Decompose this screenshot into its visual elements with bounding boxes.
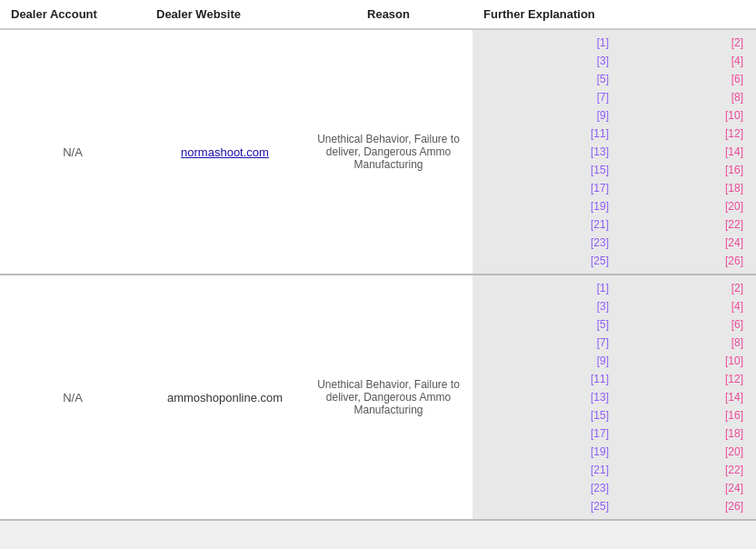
further-link-right[interactable]: [18] — [614, 424, 749, 443]
reason-cell: Unethical Behavior, Failure to deliver, … — [304, 29, 472, 274]
further-link-right[interactable]: [6] — [614, 70, 749, 88]
further-link-right[interactable]: [22] — [614, 215, 749, 234]
further-link-right[interactable]: [12] — [614, 370, 749, 388]
further-link-left[interactable]: [23] — [480, 234, 614, 252]
dealer-website-cell[interactable]: normashoot.com — [145, 29, 304, 274]
dealers-table: Dealer Account Dealer Website Reason Fur… — [0, 0, 756, 521]
further-link-right[interactable]: [8] — [614, 334, 749, 352]
further-link-left[interactable]: [5] — [480, 70, 614, 88]
further-link-left[interactable]: [1] — [480, 279, 614, 297]
header-dealer-website: Dealer Website — [145, 0, 304, 29]
further-link-left[interactable]: [19] — [480, 443, 614, 461]
further-link-left[interactable]: [25] — [480, 497, 614, 515]
header-further-explanation: Further Explanation — [472, 0, 756, 29]
further-link-left[interactable]: [9] — [480, 352, 614, 370]
further-link-right[interactable]: [20] — [614, 197, 749, 215]
dealer-website-cell: ammoshoponline.com — [145, 274, 304, 520]
further-link-left[interactable]: [21] — [480, 461, 614, 479]
further-link-left[interactable]: [25] — [480, 252, 614, 270]
further-link-right[interactable]: [14] — [614, 143, 749, 161]
further-link-left[interactable]: [5] — [480, 315, 614, 334]
further-link-left[interactable]: [21] — [480, 215, 614, 234]
further-link-left[interactable]: [19] — [480, 197, 614, 215]
table-row: N/Aammoshoponline.comUnethical Behavior,… — [0, 274, 756, 520]
further-link-left[interactable]: [11] — [480, 125, 614, 143]
table-row: N/Anormashoot.comUnethical Behavior, Fai… — [0, 29, 756, 274]
further-link-right[interactable]: [4] — [614, 297, 749, 315]
further-link-right[interactable]: [18] — [614, 179, 749, 197]
further-link-right[interactable]: [24] — [614, 479, 749, 497]
further-explanation-cell: [1][2][3][4][5][6][7][8][9][10][11][12][… — [472, 274, 756, 520]
further-link-left[interactable]: [9] — [480, 106, 614, 125]
further-link-left[interactable]: [3] — [480, 52, 614, 70]
further-link-right[interactable]: [12] — [614, 125, 749, 143]
further-explanation-cell: [1][2][3][4][5][6][7][8][9][10][11][12][… — [472, 29, 756, 274]
further-link-right[interactable]: [20] — [614, 443, 749, 461]
reason-cell: Unethical Behavior, Failure to deliver, … — [304, 274, 472, 520]
further-links-grid: [1][2][3][4][5][6][7][8][9][10][11][12][… — [472, 275, 756, 519]
further-link-left[interactable]: [3] — [480, 297, 614, 315]
further-link-right[interactable]: [22] — [614, 461, 749, 479]
further-link-right[interactable]: [16] — [614, 406, 749, 424]
further-link-left[interactable]: [7] — [480, 334, 614, 352]
further-link-left[interactable]: [15] — [480, 161, 614, 179]
further-link-right[interactable]: [16] — [614, 161, 749, 179]
further-link-right[interactable]: [14] — [614, 388, 749, 406]
header-reason: Reason — [304, 0, 472, 29]
further-link-right[interactable]: [4] — [614, 52, 749, 70]
dealer-account-cell: N/A — [0, 274, 145, 520]
further-link-right[interactable]: [2] — [614, 279, 749, 297]
dealer-website-link[interactable]: normashoot.com — [181, 145, 269, 159]
further-link-left[interactable]: [23] — [480, 479, 614, 497]
dealer-account-cell: N/A — [0, 29, 145, 274]
further-link-right[interactable]: [10] — [614, 352, 749, 370]
further-link-right[interactable]: [2] — [614, 34, 749, 52]
header-dealer-account: Dealer Account — [0, 0, 145, 29]
further-link-left[interactable]: [7] — [480, 88, 614, 106]
further-link-right[interactable]: [10] — [614, 106, 749, 125]
further-link-right[interactable]: [24] — [614, 234, 749, 252]
further-link-right[interactable]: [26] — [614, 252, 749, 270]
further-link-right[interactable]: [6] — [614, 315, 749, 334]
further-link-left[interactable]: [11] — [480, 370, 614, 388]
further-link-left[interactable]: [17] — [480, 424, 614, 443]
further-link-left[interactable]: [1] — [480, 34, 614, 52]
further-link-left[interactable]: [13] — [480, 388, 614, 406]
further-link-right[interactable]: [8] — [614, 88, 749, 106]
further-link-left[interactable]: [17] — [480, 179, 614, 197]
table-header-row: Dealer Account Dealer Website Reason Fur… — [0, 0, 756, 29]
further-link-right[interactable]: [26] — [614, 497, 749, 515]
further-link-left[interactable]: [13] — [480, 143, 614, 161]
further-links-grid: [1][2][3][4][5][6][7][8][9][10][11][12][… — [472, 30, 756, 274]
further-link-left[interactable]: [15] — [480, 406, 614, 424]
